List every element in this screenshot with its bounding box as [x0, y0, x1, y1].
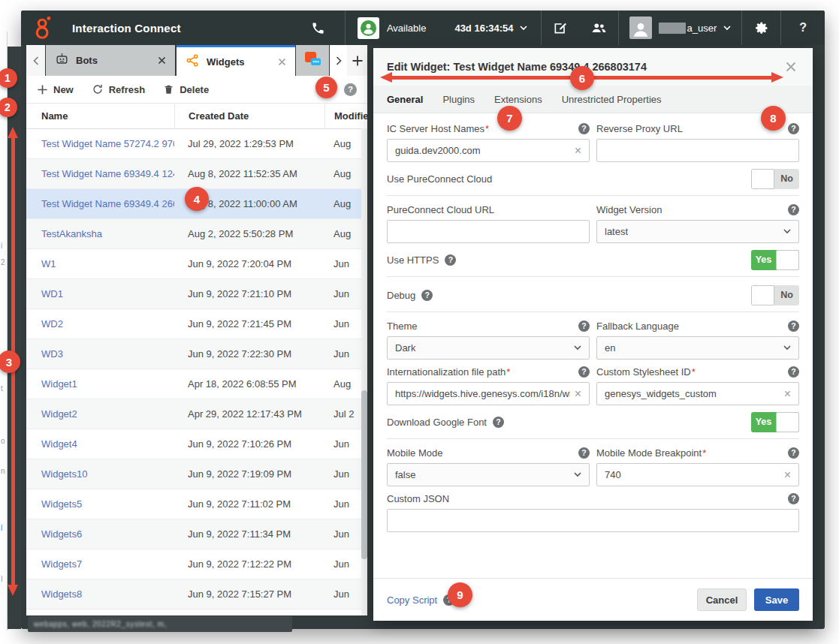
- table-row[interactable]: Widget2 Apr 29, 2022 12:17:43 PM Jul 2: [26, 399, 367, 429]
- table-row[interactable]: W1 Jun 9, 2022 7:20:04 PM Jun: [26, 249, 367, 279]
- help-icon[interactable]: ?: [788, 320, 799, 332]
- edit-widget-panel: Edit Widget: Test Widget Name 69349.4 26…: [373, 48, 813, 621]
- help-icon[interactable]: ?: [578, 320, 590, 332]
- table-row[interactable]: Widget4 Jun 9, 2022 7:10:26 PM Jun: [26, 429, 367, 459]
- row-name-link[interactable]: Widget2: [26, 408, 174, 420]
- tab-unrestricted-properties[interactable]: Unrestricted Properties: [562, 94, 662, 105]
- toggle-knob: [776, 412, 799, 432]
- help-icon[interactable]: ?: [493, 417, 504, 428]
- people-group-icon[interactable]: [579, 11, 618, 45]
- list-help-icon[interactable]: ?: [344, 83, 357, 96]
- row-name-link[interactable]: Widget4: [26, 438, 174, 450]
- new-button[interactable]: New: [37, 84, 74, 95]
- table-row[interactable]: WD3 Jun 9, 2022 7:22:30 PM Jun: [26, 339, 367, 369]
- table-row[interactable]: Test Widget Name 69349.4 1244… Aug 8, 20…: [26, 159, 367, 189]
- row-name-link[interactable]: Widgets6: [26, 528, 174, 540]
- reverse-proxy-url-input[interactable]: [596, 139, 799, 162]
- row-name-link[interactable]: TestAkanksha: [26, 228, 174, 239]
- clear-icon[interactable]: ×: [570, 145, 581, 157]
- row-name-link[interactable]: WD3: [26, 348, 174, 360]
- mobile-mode-breakpoint-input[interactable]: 740 ×: [596, 463, 799, 486]
- tab-general[interactable]: General: [387, 94, 423, 105]
- table-row[interactable]: Jun: [26, 609, 367, 615]
- status-selector[interactable]: Available: [346, 17, 439, 39]
- admin-tools-gear-icon[interactable]: [742, 11, 780, 45]
- help-icon[interactable]: ?: [578, 123, 590, 134]
- help-icon[interactable]: ?: [445, 254, 456, 266]
- table-row[interactable]: WD2 Jun 9, 2022 7:21:45 PM Jun: [26, 309, 367, 339]
- row-name-link[interactable]: Test Widget Name 69349.4 2668…: [26, 198, 174, 209]
- download-google-font-toggle[interactable]: Yes: [751, 412, 799, 432]
- help-icon[interactable]: ?: [421, 290, 433, 301]
- row-name-link[interactable]: Widgets8: [26, 588, 174, 600]
- table-row[interactable]: Widgets8 Jun 9, 2022 7:15:27 PM Jun: [26, 579, 367, 609]
- close-tab-icon[interactable]: [158, 56, 166, 65]
- clear-icon[interactable]: ×: [570, 388, 581, 400]
- help-icon[interactable]: ?: [788, 366, 799, 378]
- help-button[interactable]: ?: [781, 21, 825, 35]
- compose-note-icon[interactable]: [542, 11, 579, 45]
- table-row[interactable]: WD1 Jun 9, 2022 7:21:10 PM Jun: [26, 279, 367, 309]
- row-name-link[interactable]: Test Widget Name 57274.2 9704…: [26, 138, 174, 149]
- custom-stylesheet-id-input[interactable]: genesys_widgets_custom ×: [596, 382, 799, 405]
- tab-bots[interactable]: Bots: [46, 45, 175, 76]
- delete-button[interactable]: Delete: [163, 83, 209, 95]
- row-name-link[interactable]: WD2: [26, 318, 174, 330]
- phone-icon[interactable]: [311, 21, 345, 35]
- use-pureconnect-cloud-toggle[interactable]: No: [751, 169, 799, 189]
- tab-widgets[interactable]: Widgets: [177, 45, 295, 76]
- add-tab-button[interactable]: [347, 45, 367, 76]
- chat-interactions-icon: [304, 51, 321, 70]
- refresh-button[interactable]: Refresh: [92, 83, 145, 95]
- close-tab-icon[interactable]: [278, 58, 286, 66]
- table-row[interactable]: Widgets5 Jun 9, 2022 7:11:02 PM Jun: [26, 489, 367, 519]
- row-name-link[interactable]: W1: [26, 258, 174, 269]
- row-name-link[interactable]: Widgets10: [26, 468, 174, 480]
- close-panel-icon[interactable]: [783, 59, 799, 75]
- mobile-mode-select[interactable]: false: [387, 463, 590, 486]
- help-icon[interactable]: ?: [788, 204, 799, 215]
- tab-extensions[interactable]: Extensions: [494, 94, 542, 105]
- row-name-link[interactable]: Widgets7: [26, 558, 174, 570]
- save-button[interactable]: Save: [754, 588, 799, 611]
- column-header-modified[interactable]: Modified: [324, 104, 367, 128]
- clear-icon[interactable]: ×: [780, 388, 791, 400]
- status-timer[interactable]: 43d 16:34:54: [438, 23, 541, 34]
- row-name-link[interactable]: Widgets5: [26, 498, 174, 510]
- table-row[interactable]: Widgets7 Jun 9, 2022 7:12:22 PM Jun: [26, 549, 367, 579]
- widget-version-select[interactable]: latest: [596, 220, 799, 243]
- tab-scroll-right-button[interactable]: [330, 45, 347, 76]
- row-name-link[interactable]: WD1: [26, 288, 174, 299]
- row-name-link[interactable]: Widget1: [26, 378, 174, 390]
- table-row[interactable]: TestAkanksha Aug 2, 2022 5:50:28 PM Aug: [26, 219, 367, 249]
- row-name-link[interactable]: Test Widget Name 69349.4 1244…: [26, 168, 174, 179]
- table-row[interactable]: Test Widget Name 57274.2 9704… Jul 29, 2…: [26, 129, 367, 159]
- theme-select[interactable]: Dark: [387, 336, 590, 360]
- help-icon[interactable]: ?: [578, 366, 590, 378]
- tab-scroll-left-button[interactable]: [26, 45, 45, 76]
- table-row[interactable]: Widgets10 Jun 9, 2022 7:19:09 PM Jun: [26, 459, 367, 489]
- cancel-button[interactable]: Cancel: [697, 588, 747, 611]
- custom-json-input[interactable]: [387, 509, 799, 532]
- clear-icon[interactable]: ×: [780, 469, 791, 481]
- help-icon[interactable]: ?: [788, 123, 799, 134]
- help-icon[interactable]: ?: [788, 447, 799, 459]
- column-header-created-date[interactable]: Created Date: [174, 104, 324, 128]
- help-icon[interactable]: ?: [788, 493, 799, 504]
- tab-plugins[interactable]: Plugins: [442, 94, 475, 105]
- field-label-row: Custom Stylesheet ID ?: [596, 366, 799, 378]
- table-row[interactable]: Widgets6 Jun 9, 2022 7:11:34 PM Jun: [26, 519, 367, 549]
- user-menu[interactable]: a_user: [619, 11, 741, 45]
- i18n-file-path-input[interactable]: https://widgets.hive.genesys.com/i18n/wi…: [387, 382, 590, 405]
- column-header-name[interactable]: Name: [26, 110, 174, 122]
- ic-server-host-names-input[interactable]: guida.dev2000.com ×: [387, 139, 590, 162]
- copy-script-link[interactable]: Copy Script: [387, 594, 437, 606]
- pureconnect-cloud-url-input[interactable]: [387, 220, 590, 243]
- help-icon[interactable]: ?: [578, 447, 590, 459]
- tab-interactions[interactable]: [296, 45, 329, 76]
- use-https-toggle[interactable]: Yes: [751, 250, 799, 270]
- debug-toggle[interactable]: No: [751, 285, 799, 305]
- list-scrollbar-thumb[interactable]: [361, 390, 367, 559]
- fallback-language-select[interactable]: en: [596, 336, 799, 360]
- table-row[interactable]: Widget1 Apr 18, 2022 6:08:55 PM Aug: [26, 369, 367, 399]
